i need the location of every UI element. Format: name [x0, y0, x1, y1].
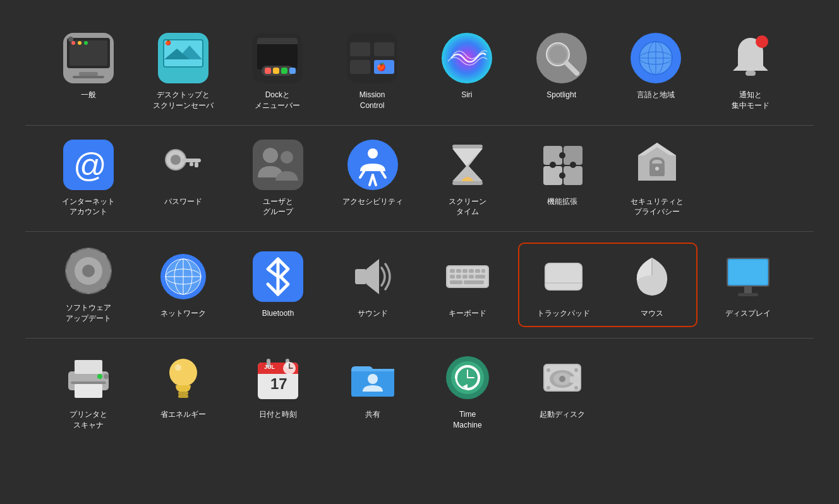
item-keyboard[interactable]: キーボード: [423, 244, 512, 327]
item-notifications[interactable]: 通知と 集中モード: [706, 25, 795, 119]
svg-text:🍎: 🍎: [165, 39, 171, 45]
item-extensions[interactable]: 機能拡張: [518, 132, 607, 215]
svg-rect-60: [452, 181, 483, 185]
label-bluetooth: Bluetooth: [262, 308, 294, 319]
svg-rect-20: [265, 68, 271, 74]
label-notifications: 通知と 集中モード: [732, 90, 770, 111]
svg-rect-24: [347, 33, 397, 83]
item-network[interactable]: ネットワーク: [139, 244, 227, 327]
item-language[interactable]: 言語と地域: [612, 25, 701, 108]
icon-datetime: JUL 17: [253, 352, 303, 403]
label-keyboard: キーボード: [449, 308, 486, 319]
item-mouse[interactable]: マウス: [608, 244, 696, 327]
item-dock[interactable]: Dockと メニューバー: [234, 25, 322, 119]
item-startup[interactable]: 起動ディスク: [518, 345, 607, 428]
label-spotlight: Spotlight: [546, 90, 576, 100]
icon-sharing: [347, 352, 398, 403]
item-sharing[interactable]: 共有: [329, 345, 417, 428]
item-sound[interactable]: サウンド: [329, 244, 417, 327]
svg-rect-125: [178, 392, 188, 395]
icon-spotlight: [536, 33, 587, 83]
item-siri[interactable]: Siri: [423, 25, 511, 108]
svg-rect-50: [253, 140, 303, 190]
item-printers[interactable]: プリンタと スキャナ: [44, 345, 133, 438]
icon-mission: 🍎: [347, 33, 397, 83]
section-1: 一般 🍎 デスクトップと スクリーンセーバ: [13, 19, 826, 125]
svg-point-122: [97, 374, 102, 379]
label-users: ユーザと グループ: [263, 196, 293, 218]
item-screentime[interactable]: スクリーン タイム: [423, 132, 512, 225]
section-4: プリンタと スキャナ 省エネルギー: [13, 339, 826, 445]
svg-rect-47: [182, 159, 201, 162]
svg-rect-78: [86, 286, 91, 294]
icon-bluetooth: [253, 251, 303, 302]
label-datetime: 日付と時刻: [259, 409, 297, 420]
item-datetime[interactable]: JUL 17 日付と時刻: [234, 345, 322, 428]
svg-rect-98: [462, 269, 468, 273]
svg-text:17: 17: [270, 375, 287, 392]
item-spotlight[interactable]: Spotlight: [517, 25, 606, 108]
item-trackpad[interactable]: トラックパッド: [519, 244, 608, 327]
item-accessibility[interactable]: アクセシビリティ: [329, 132, 417, 215]
svg-marker-93: [366, 259, 379, 294]
label-dock: Dockと メニューバー: [255, 90, 300, 111]
svg-marker-62: [452, 148, 483, 166]
item-bluetooth[interactable]: Bluetooth: [234, 244, 322, 327]
label-accessibility: アクセシビリティ: [342, 196, 403, 207]
svg-point-6: [71, 41, 75, 45]
svg-rect-99: [469, 269, 474, 273]
icon-startup: [537, 352, 588, 403]
item-display[interactable]: ディスプレイ: [704, 244, 792, 327]
item-passwords[interactable]: パスワード: [139, 132, 227, 215]
svg-point-8: [84, 41, 88, 45]
svg-point-70: [570, 162, 576, 168]
svg-point-138: [368, 374, 378, 384]
label-passwords: パスワード: [164, 196, 202, 207]
item-security[interactable]: セキュリティと プライバシー: [613, 132, 701, 225]
svg-point-76: [82, 265, 95, 277]
svg-rect-80: [104, 268, 111, 273]
svg-rect-107: [450, 280, 462, 284]
svg-rect-66: [564, 166, 582, 185]
item-internet[interactable]: @ インターネット アカウント: [44, 132, 133, 225]
icon-dock: [252, 33, 303, 83]
icon-software: [63, 246, 114, 296]
svg-point-5: [68, 37, 73, 42]
section-2: @ インターネット アカウント パスワード: [13, 126, 826, 232]
svg-rect-79: [66, 268, 73, 273]
item-timemachine[interactable]: Time Machine: [423, 345, 512, 438]
item-general[interactable]: 一般: [44, 25, 133, 108]
svg-rect-115: [744, 287, 752, 293]
item-software[interactable]: ソフトウェア アップデート: [44, 238, 133, 332]
icon-desktop: 🍎: [158, 33, 208, 83]
label-general: 一般: [81, 90, 96, 100]
label-software: ソフトウェア アップデート: [66, 303, 111, 324]
svg-rect-101: [481, 269, 485, 273]
svg-rect-103: [456, 275, 461, 279]
icon-users: [253, 140, 303, 190]
svg-rect-41: [745, 71, 756, 76]
svg-point-73: [655, 167, 659, 171]
label-timemachine: Time Machine: [453, 409, 481, 431]
item-desktop[interactable]: 🍎 デスクトップと スクリーンセーバ: [139, 25, 227, 119]
icon-internet: @: [63, 140, 114, 190]
icon-network: [158, 251, 208, 302]
svg-point-69: [550, 162, 556, 168]
label-siri: Siri: [461, 90, 472, 100]
icon-mouse: [627, 251, 677, 302]
svg-point-124: [169, 359, 197, 387]
svg-point-7: [78, 41, 81, 45]
svg-rect-3: [79, 72, 98, 76]
item-energy[interactable]: 省エネルギー: [139, 345, 227, 428]
item-users[interactable]: ユーザと グループ: [234, 132, 322, 225]
label-security: セキュリティと プライバシー: [631, 196, 684, 218]
highlight-box: トラックパッド マウス: [518, 243, 697, 328]
svg-point-33: [549, 45, 567, 63]
icon-language: [631, 33, 681, 83]
svg-point-123: [104, 374, 109, 379]
icon-trackpad: [538, 251, 589, 302]
svg-rect-117: [729, 260, 767, 284]
icon-screentime: [442, 140, 493, 190]
svg-rect-126: [178, 395, 188, 398]
item-mission[interactable]: 🍎 Mission Control: [328, 25, 416, 119]
